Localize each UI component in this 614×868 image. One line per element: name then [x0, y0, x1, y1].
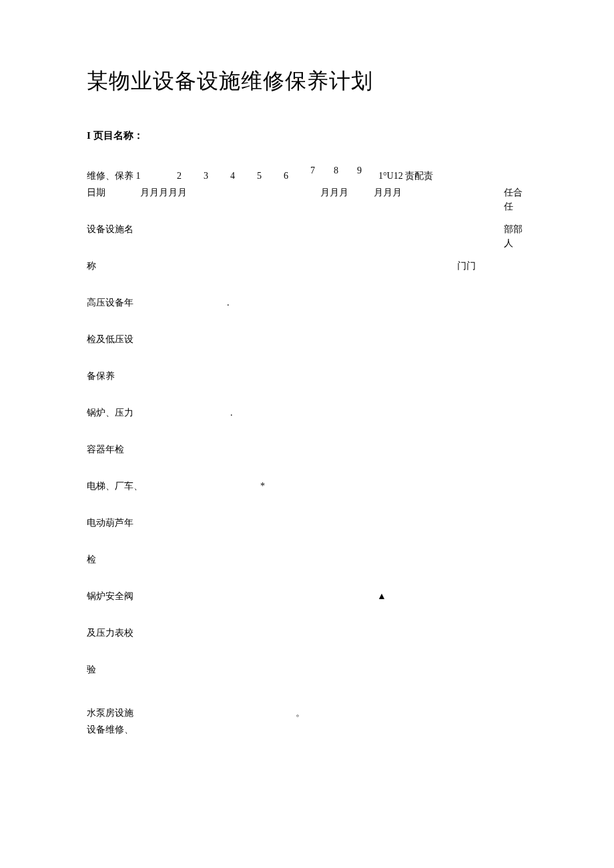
row-mark: .: [227, 296, 230, 310]
months-1: 月月月月月: [140, 185, 187, 199]
table-row: 验: [87, 663, 527, 679]
table-row: 锅炉安全阀 ▲: [87, 589, 527, 606]
schedule-table: 维修、保养 1 2 3 4 5 6 7 8 9 1°U12 责配责 日期 月月月…: [87, 169, 527, 739]
row-label: 高压设备年: [87, 296, 133, 310]
col-num-9: 9: [357, 163, 362, 177]
row-label: 检及低压设: [87, 332, 133, 346]
row-label: 检: [87, 552, 96, 566]
row-label: 容器年检: [87, 442, 124, 456]
document-title: 某物业设备设施维修保养计划: [87, 67, 527, 96]
row-label: 设备维修、: [87, 723, 133, 737]
equip-name-row: 设备设施名 部部人: [87, 222, 527, 239]
col-num-7: 7: [310, 163, 315, 177]
table-row: 检及低压设: [87, 332, 527, 349]
table-row: 电梯、厂车、 *: [87, 479, 527, 496]
row-mark: *: [260, 479, 265, 493]
row-label: 水泵房设施: [87, 706, 133, 720]
row-label: 锅炉、压力: [87, 406, 133, 420]
table-row: 电动葫芦年: [87, 516, 527, 532]
row-label: 锅炉安全阀: [87, 589, 133, 603]
right-suffix-1: 任合任: [504, 185, 527, 213]
row-mark: 。: [296, 706, 305, 720]
col-num-6: 6: [284, 169, 288, 183]
right-suffix-2: 部部人: [504, 222, 527, 250]
col-right-text: 1°U12 责配责: [378, 169, 433, 183]
col-num-4: 4: [230, 169, 235, 183]
col-num-2: 2: [177, 169, 182, 183]
row-label: 验: [87, 663, 96, 677]
row-label: 电梯、厂车、: [87, 479, 143, 493]
header-row-2: 日期 月月月月月 月月月 月月月 任合任: [87, 185, 527, 202]
col-num-5: 5: [257, 169, 262, 183]
col-num-8: 8: [334, 163, 338, 177]
mid-right-text: 门门: [457, 259, 476, 273]
date-label: 日期: [87, 185, 105, 199]
table-row: 锅炉、压力 .: [87, 406, 527, 422]
row-label: 电动葫芦年: [87, 516, 133, 530]
maintenance-label: 维修、保养 1: [87, 169, 141, 183]
table-row: 高压设备年 .: [87, 296, 527, 312]
table-row: 检: [87, 552, 527, 569]
project-name-label: I 页目名称：: [87, 129, 527, 142]
row-mark: .: [230, 406, 233, 420]
row-label: 及压力表校: [87, 626, 133, 640]
equip-name-label: 设备设施名: [87, 222, 133, 236]
table-row: 备保养: [87, 369, 527, 386]
col-num-3: 3: [204, 169, 208, 183]
table-row: 容器年检: [87, 442, 527, 459]
header-row-1: 维修、保养 1 2 3 4 5 6 7 8 9 1°U12 责配责: [87, 169, 527, 185]
row-label: 备保养: [87, 369, 115, 383]
name-suffix-row: 称 门门: [87, 259, 527, 276]
table-row: 及压力表校: [87, 626, 527, 642]
table-row: 水泵房设施 。: [87, 706, 527, 723]
name-suffix-label: 称: [87, 259, 96, 273]
months-2: 月月月: [320, 185, 348, 199]
triangle-icon: ▲: [377, 589, 386, 603]
months-3: 月月月: [374, 185, 402, 199]
table-row: 设备维修、: [87, 723, 527, 739]
